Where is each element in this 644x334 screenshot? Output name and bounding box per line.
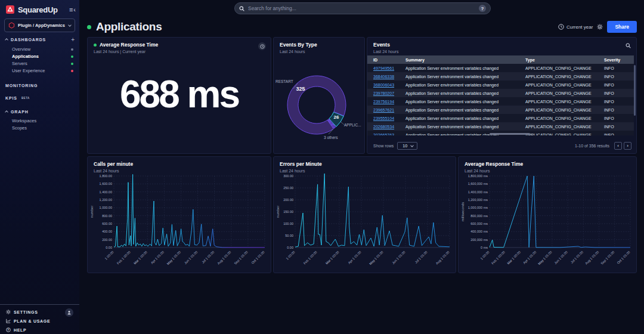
timeframe-picker[interactable]: Current year [558, 24, 593, 30]
vertical-scrollbar[interactable] [634, 65, 636, 116]
app-name[interactable]: SquaredUp [18, 5, 58, 14]
svg-text:300.00: 300.00 [283, 174, 293, 178]
page-title: Applications [96, 20, 162, 33]
squaredup-logo-icon[interactable] [5, 5, 15, 14]
event-severity: INFO [604, 100, 634, 104]
usage-chart-icon [6, 318, 11, 323]
event-summary: Application Server environment variables… [405, 116, 525, 120]
add-dashboard-button[interactable]: + [71, 36, 75, 43]
global-search[interactable] [234, 2, 491, 14]
clock-icon [260, 44, 265, 49]
event-type: APPLICATION_CONFIG_CHANGE [525, 116, 604, 120]
sidebar-item-overview[interactable]: Overview [12, 46, 73, 52]
svg-text:Oct 1 01:00: Oct 1 01:00 [250, 250, 265, 264]
sidebar-item-scopes[interactable]: Scopes [12, 125, 73, 131]
svg-text:200,000 ms: 200,000 ms [470, 238, 488, 242]
svg-text:May 1 01:00: May 1 01:00 [537, 250, 553, 265]
event-severity: INFO [604, 108, 634, 112]
svg-text:600.00: 600.00 [102, 222, 112, 225]
events-by-type-donut [274, 38, 364, 153]
workspace-label: Plugin / AppDynamics [18, 23, 65, 28]
table-search-icon[interactable] [626, 43, 631, 48]
svg-text:250.00: 250.00 [283, 186, 293, 190]
svg-text:1,800.00: 1,800.00 [100, 174, 112, 178]
next-page-button[interactable]: › [624, 142, 631, 150]
table-row: 239657621Application Server environment … [367, 106, 634, 114]
person-icon [67, 310, 72, 315]
svg-text:150.00: 150.00 [283, 210, 293, 214]
tile-title: Events [373, 42, 630, 48]
svg-text:1 00:00: 1 00:00 [285, 250, 295, 260]
svg-text:?: ? [7, 329, 10, 332]
svg-text:May 1 01:00: May 1 01:00 [166, 250, 181, 265]
event-severity: INFO [604, 83, 634, 87]
event-id-link[interactable]: 239657621 [373, 108, 394, 112]
dashboard-settings-gear-icon[interactable] [597, 24, 603, 30]
event-id-link[interactable]: 202680534 [373, 125, 394, 129]
prev-page-button[interactable]: ‹ [614, 142, 622, 150]
event-severity: INFO [604, 75, 634, 79]
calls-per-minute-chart: 0.00200.00400.00600.00800.001,000.001,20… [88, 171, 271, 273]
sidebar-item-applications[interactable]: Applications [12, 53, 73, 60]
svg-text:1,600,000 ms: 1,600,000 ms [468, 182, 488, 185]
svg-text:Aug 1 01:00: Aug 1 01:00 [584, 250, 599, 265]
tile-average-response-time: Average Response Time Last 24 hours | Cu… [87, 37, 271, 154]
tile-events-by-type: Events By Type Last 24 hours 325 RESTART… [273, 37, 365, 154]
beta-badge: BETA [21, 97, 30, 100]
svg-text:0 ms: 0 ms [481, 246, 488, 249]
event-severity: INFO [604, 116, 634, 120]
svg-text:number: number [276, 206, 280, 218]
workspace-selector[interactable]: Plugin / AppDynamics [4, 18, 75, 32]
table-row: 202680534Application Server environment … [367, 122, 634, 131]
sidebar-item-user-experience[interactable]: User Experience [12, 67, 73, 74]
average-response-time-chart: 0 ms200,000 ms400,000 ms600,000 ms800,00… [459, 171, 636, 273]
help-button[interactable]: ? HELP [6, 327, 26, 332]
event-id-link[interactable]: 202665763 [373, 133, 394, 136]
event-id-link[interactable]: 368006043 [373, 83, 394, 87]
tile-errors-per-minute: Errors per Minute Last 24 hours 0.0050.0… [273, 156, 456, 273]
plan-usage-button[interactable]: PLAN & USAGE [6, 318, 50, 323]
col-severity: Severity [604, 58, 634, 62]
avatar[interactable] [65, 308, 73, 317]
caret-up-icon [5, 110, 8, 114]
event-type: APPLICATION_CONFIG_CHANGE [525, 91, 604, 95]
health-dot [87, 25, 91, 29]
tile-timeframe-icon[interactable] [258, 42, 266, 50]
event-id-link[interactable]: 239780207 [373, 91, 394, 95]
svg-text:Feb 1 00:00: Feb 1 00:00 [491, 250, 506, 265]
svg-text:0.00: 0.00 [287, 246, 293, 249]
section-kpis[interactable]: KPISBETA [5, 94, 75, 101]
events-table: ID Summary Type Severity 497949561Applic… [367, 55, 634, 135]
section-dashboards[interactable]: DASHBOARDS + [5, 36, 75, 43]
event-id-link[interactable]: 368406338 [373, 75, 394, 79]
sidebar-item-servers[interactable]: Servers [12, 60, 73, 67]
event-id-link[interactable]: 239555104 [373, 116, 394, 120]
chevron-down-icon [410, 144, 414, 147]
page-size-select[interactable]: 10 [397, 142, 417, 150]
col-type: Type [525, 58, 604, 62]
event-summary: Application Server environment variables… [405, 66, 525, 70]
section-graph[interactable]: GRAPH [5, 108, 75, 115]
sidebar-footer: SETTINGS PLAN & USAGE ? HELP [0, 304, 79, 334]
svg-text:400.00: 400.00 [102, 230, 112, 233]
event-id-link[interactable]: 239756194 [373, 100, 394, 104]
show-rows-label: Show rows [373, 144, 394, 148]
table-header-row: ID Summary Type Severity [367, 55, 634, 64]
search-help-icon[interactable] [479, 5, 486, 12]
share-button[interactable]: Share [607, 21, 637, 33]
event-id-link[interactable]: 497949561 [373, 66, 394, 70]
svg-text:Mar 1 00:00: Mar 1 00:00 [506, 250, 521, 265]
table-row: 368006043Application Server environment … [367, 81, 634, 89]
search-input[interactable] [248, 5, 475, 11]
menu-collapse-icon[interactable] [69, 6, 76, 13]
settings-button[interactable]: SETTINGS [6, 310, 38, 314]
event-summary: Application Server environment variables… [405, 91, 525, 95]
section-monitoring[interactable]: MONITORING [5, 82, 75, 89]
sidebar-item-workspaces[interactable]: Workspaces [12, 117, 73, 124]
tile-title: Average Response Time [465, 161, 630, 167]
svg-text:Mar 1 00:00: Mar 1 00:00 [325, 250, 340, 265]
svg-text:Aug 1 01:00: Aug 1 01:00 [435, 250, 450, 265]
horizontal-scrollbar[interactable] [490, 133, 530, 135]
svg-text:1,800,000 ms: 1,800,000 ms [468, 174, 488, 178]
event-type: APPLICATION_CONFIG_CHANGE [525, 125, 604, 129]
